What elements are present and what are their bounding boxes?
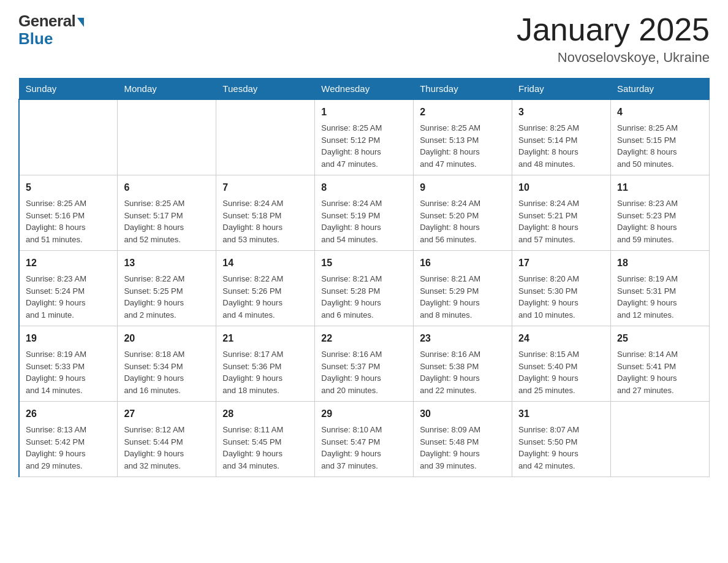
calendar-cell: 21Sunrise: 8:17 AMSunset: 5:36 PMDayligh… — [216, 326, 315, 402]
day-number: 12 — [26, 256, 111, 270]
day-number: 30 — [420, 407, 506, 421]
day-number: 8 — [321, 180, 407, 195]
day-info: Sunrise: 8:22 AMSunset: 5:25 PMDaylight:… — [124, 273, 210, 321]
day-number: 13 — [124, 256, 210, 270]
days-of-week-row: SundayMondayTuesdayWednesdayThursdayFrid… — [19, 79, 710, 100]
day-info: Sunrise: 8:20 AMSunset: 5:30 PMDaylight:… — [518, 273, 604, 321]
calendar-cell — [216, 99, 315, 175]
day-info: Sunrise: 8:24 AMSunset: 5:19 PMDaylight:… — [321, 197, 407, 245]
week-row-2: 5Sunrise: 8:25 AMSunset: 5:16 PMDaylight… — [19, 175, 710, 251]
calendar-body: 1Sunrise: 8:25 AMSunset: 5:12 PMDaylight… — [19, 99, 710, 477]
day-info: Sunrise: 8:17 AMSunset: 5:36 PMDaylight:… — [222, 348, 308, 396]
day-number: 7 — [222, 180, 308, 195]
calendar-cell: 20Sunrise: 8:18 AMSunset: 5:34 PMDayligh… — [118, 326, 216, 402]
day-info: Sunrise: 8:25 AMSunset: 5:17 PMDaylight:… — [124, 197, 210, 245]
page-subtitle: Novoselovskoye, Ukraine — [517, 50, 710, 66]
day-number: 3 — [518, 105, 604, 120]
week-row-4: 19Sunrise: 8:19 AMSunset: 5:33 PMDayligh… — [19, 326, 710, 402]
calendar-cell: 4Sunrise: 8:25 AMSunset: 5:15 PMDaylight… — [611, 99, 710, 175]
calendar-cell: 2Sunrise: 8:25 AMSunset: 5:13 PMDaylight… — [414, 99, 512, 175]
calendar-cell: 11Sunrise: 8:23 AMSunset: 5:23 PMDayligh… — [611, 175, 710, 251]
day-info: Sunrise: 8:23 AMSunset: 5:23 PMDaylight:… — [617, 197, 703, 245]
day-info: Sunrise: 8:16 AMSunset: 5:37 PMDaylight:… — [321, 348, 407, 396]
day-number: 17 — [518, 256, 604, 270]
day-info: Sunrise: 8:10 AMSunset: 5:47 PMDaylight:… — [321, 424, 407, 472]
day-info: Sunrise: 8:16 AMSunset: 5:38 PMDaylight:… — [420, 348, 506, 396]
day-info: Sunrise: 8:22 AMSunset: 5:26 PMDaylight:… — [222, 273, 308, 321]
day-number: 21 — [222, 331, 308, 346]
day-number: 31 — [518, 407, 604, 421]
day-info: Sunrise: 8:09 AMSunset: 5:48 PMDaylight:… — [420, 424, 506, 472]
day-number: 11 — [617, 180, 703, 195]
day-number: 1 — [321, 105, 407, 120]
day-number: 6 — [124, 180, 210, 195]
title-block: January 2025 Novoselovskoye, Ukraine — [517, 12, 710, 66]
logo-general-text: General — [18, 12, 75, 30]
day-number: 2 — [420, 105, 506, 120]
day-info: Sunrise: 8:11 AMSunset: 5:45 PMDaylight:… — [222, 424, 308, 472]
week-row-1: 1Sunrise: 8:25 AMSunset: 5:12 PMDaylight… — [19, 99, 710, 175]
calendar-table: SundayMondayTuesdayWednesdayThursdayFrid… — [18, 78, 710, 477]
day-number: 14 — [222, 256, 308, 270]
calendar-cell: 15Sunrise: 8:21 AMSunset: 5:28 PMDayligh… — [315, 251, 414, 326]
calendar-cell: 22Sunrise: 8:16 AMSunset: 5:37 PMDayligh… — [315, 326, 414, 402]
calendar-cell — [611, 402, 710, 477]
calendar-cell: 1Sunrise: 8:25 AMSunset: 5:12 PMDaylight… — [315, 99, 414, 175]
day-number: 15 — [321, 256, 407, 270]
calendar-cell: 23Sunrise: 8:16 AMSunset: 5:38 PMDayligh… — [414, 326, 512, 402]
calendar-cell: 28Sunrise: 8:11 AMSunset: 5:45 PMDayligh… — [216, 402, 315, 477]
day-number: 24 — [518, 331, 604, 346]
day-info: Sunrise: 8:24 AMSunset: 5:20 PMDaylight:… — [420, 197, 506, 245]
day-info: Sunrise: 8:25 AMSunset: 5:16 PMDaylight:… — [26, 197, 111, 245]
day-number: 18 — [617, 256, 703, 270]
day-number: 9 — [420, 180, 506, 195]
logo-arrow-icon — [77, 18, 84, 27]
day-number: 25 — [617, 331, 703, 346]
calendar-cell: 27Sunrise: 8:12 AMSunset: 5:44 PMDayligh… — [118, 402, 216, 477]
day-info: Sunrise: 8:21 AMSunset: 5:28 PMDaylight:… — [321, 273, 407, 321]
calendar-cell: 6Sunrise: 8:25 AMSunset: 5:17 PMDaylight… — [118, 175, 216, 251]
calendar-cell: 13Sunrise: 8:22 AMSunset: 5:25 PMDayligh… — [118, 251, 216, 326]
day-of-week-thursday: Thursday — [414, 79, 512, 100]
calendar-cell: 10Sunrise: 8:24 AMSunset: 5:21 PMDayligh… — [512, 175, 611, 251]
day-info: Sunrise: 8:15 AMSunset: 5:40 PMDaylight:… — [518, 348, 604, 396]
week-row-5: 26Sunrise: 8:13 AMSunset: 5:42 PMDayligh… — [19, 402, 710, 477]
day-number: 27 — [124, 407, 210, 421]
day-info: Sunrise: 8:18 AMSunset: 5:34 PMDaylight:… — [124, 348, 210, 396]
day-number: 28 — [222, 407, 308, 421]
day-info: Sunrise: 8:24 AMSunset: 5:18 PMDaylight:… — [222, 197, 308, 245]
day-number: 16 — [420, 256, 506, 270]
page-header: General Blue January 2025 Novoselovskoye… — [18, 12, 710, 66]
page-title: January 2025 — [517, 12, 710, 47]
day-of-week-wednesday: Wednesday — [315, 79, 414, 100]
day-info: Sunrise: 8:25 AMSunset: 5:15 PMDaylight:… — [617, 122, 703, 170]
day-info: Sunrise: 8:12 AMSunset: 5:44 PMDaylight:… — [124, 424, 210, 472]
day-number: 19 — [26, 331, 111, 346]
day-info: Sunrise: 8:07 AMSunset: 5:50 PMDaylight:… — [518, 424, 604, 472]
calendar-cell — [19, 99, 118, 175]
day-number: 4 — [617, 105, 703, 120]
day-info: Sunrise: 8:25 AMSunset: 5:12 PMDaylight:… — [321, 122, 407, 170]
day-number: 20 — [124, 331, 210, 346]
calendar-cell: 17Sunrise: 8:20 AMSunset: 5:30 PMDayligh… — [512, 251, 611, 326]
day-info: Sunrise: 8:25 AMSunset: 5:14 PMDaylight:… — [518, 122, 604, 170]
calendar-cell: 24Sunrise: 8:15 AMSunset: 5:40 PMDayligh… — [512, 326, 611, 402]
day-info: Sunrise: 8:19 AMSunset: 5:33 PMDaylight:… — [26, 348, 111, 396]
day-info: Sunrise: 8:13 AMSunset: 5:42 PMDaylight:… — [26, 424, 111, 472]
day-number: 10 — [518, 180, 604, 195]
day-info: Sunrise: 8:21 AMSunset: 5:29 PMDaylight:… — [420, 273, 506, 321]
day-info: Sunrise: 8:25 AMSunset: 5:13 PMDaylight:… — [420, 122, 506, 170]
calendar-cell: 25Sunrise: 8:14 AMSunset: 5:41 PMDayligh… — [611, 326, 710, 402]
calendar-cell: 19Sunrise: 8:19 AMSunset: 5:33 PMDayligh… — [19, 326, 118, 402]
calendar-cell — [118, 99, 216, 175]
logo: General Blue — [18, 12, 84, 47]
calendar-cell: 8Sunrise: 8:24 AMSunset: 5:19 PMDaylight… — [315, 175, 414, 251]
day-info: Sunrise: 8:14 AMSunset: 5:41 PMDaylight:… — [617, 348, 703, 396]
calendar-cell: 29Sunrise: 8:10 AMSunset: 5:47 PMDayligh… — [315, 402, 414, 477]
day-number: 22 — [321, 331, 407, 346]
day-of-week-tuesday: Tuesday — [216, 79, 315, 100]
calendar-cell: 9Sunrise: 8:24 AMSunset: 5:20 PMDaylight… — [414, 175, 512, 251]
calendar-header: SundayMondayTuesdayWednesdayThursdayFrid… — [19, 79, 710, 100]
calendar-cell: 26Sunrise: 8:13 AMSunset: 5:42 PMDayligh… — [19, 402, 118, 477]
calendar-cell: 5Sunrise: 8:25 AMSunset: 5:16 PMDaylight… — [19, 175, 118, 251]
